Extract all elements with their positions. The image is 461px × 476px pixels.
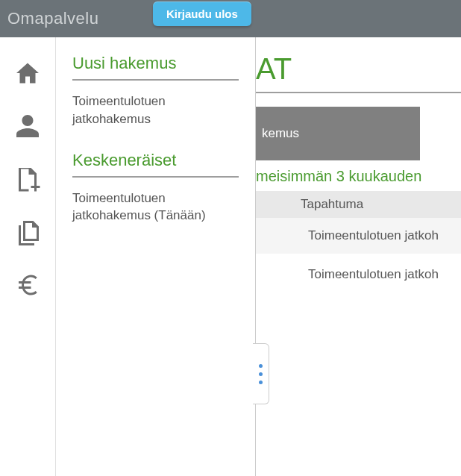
divider: [72, 176, 239, 178]
home-icon[interactable]: [14, 60, 41, 87]
documents-icon[interactable]: [14, 219, 41, 245]
main-area: AT kemus meisimmän 3 kuukauden Tapahtuma…: [256, 37, 461, 476]
icon-rail: [0, 37, 56, 476]
person-icon[interactable]: [14, 113, 41, 140]
panel-text: kemus: [262, 126, 299, 141]
content-area: Uusi hakemus Toimeentulotuen jatkohakemu…: [0, 37, 461, 476]
flyout-heading-new: Uusi hakemus: [72, 54, 239, 73]
table-row[interactable]: Toimeentulotuen jatkoh: [256, 218, 461, 257]
page-title: AT: [256, 37, 461, 93]
flyout-heading-drafts: Keskeneräiset: [72, 151, 239, 170]
new-document-icon[interactable]: [14, 166, 41, 192]
topbar: Omapalvelu Kirjaudu ulos: [0, 0, 461, 37]
sub-heading: meisimmän 3 kuukauden: [256, 160, 461, 191]
euro-icon[interactable]: [14, 272, 41, 298]
flyout-panel: Uusi hakemus Toimeentulotuen jatkohakemu…: [56, 37, 256, 476]
flyout-link-new-application[interactable]: Toimeentulotuen jatkohakemus: [72, 93, 239, 128]
info-panel: kemus: [256, 107, 420, 160]
divider: [72, 79, 239, 81]
table-row[interactable]: Toimeentulotuen jatkoh: [256, 257, 461, 295]
logout-button[interactable]: Kirjaudu ulos: [153, 1, 251, 26]
drag-handle-icon[interactable]: [253, 343, 269, 404]
table-header: Tapahtuma: [256, 191, 461, 218]
brand-title: Omapalvelu: [7, 9, 98, 28]
flyout-link-draft-application[interactable]: Toimeentulotuen jatkohakemus (Tänään): [72, 190, 239, 225]
